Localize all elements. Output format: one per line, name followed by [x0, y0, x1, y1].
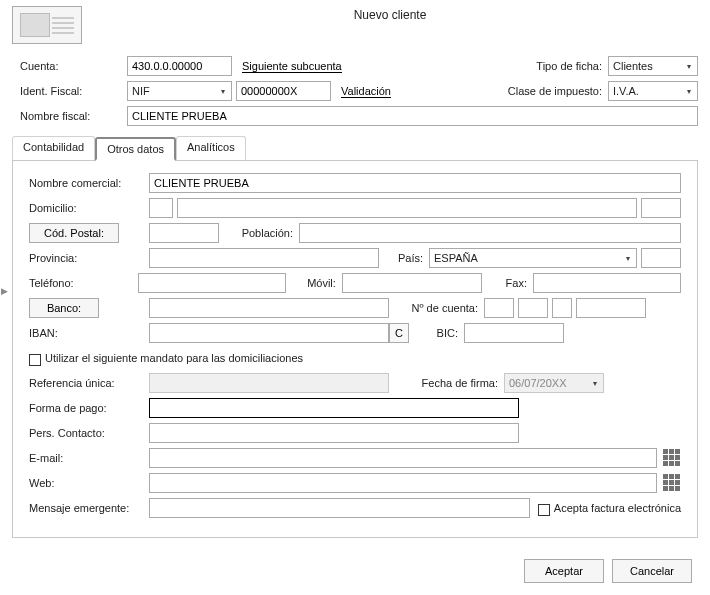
tipo-ficha-value: Clientes	[613, 60, 653, 72]
forma-pago-input[interactable]	[149, 398, 519, 418]
ident-fiscal-tipo-combo[interactable]: NIF	[127, 81, 232, 101]
telefono-label: Teléfono:	[29, 277, 138, 289]
provincia-input[interactable]	[149, 248, 379, 268]
ref-unica-input	[149, 373, 389, 393]
chevron-down-icon	[683, 59, 695, 73]
nombre-comercial-label: Nombre comercial:	[29, 177, 149, 189]
clase-impuesto-label: Clase de impuesto:	[472, 85, 602, 97]
tipo-ficha-label: Tipo de ficha:	[492, 60, 602, 72]
expand-handle-icon[interactable]: ▶	[0, 280, 8, 302]
nombre-fiscal-input[interactable]	[127, 106, 698, 126]
pers-contacto-label: Pers. Contacto:	[29, 427, 149, 439]
siguiente-subcuenta-link[interactable]: Siguiente subcuenta	[242, 60, 342, 73]
banco-button[interactable]: Banco:	[29, 298, 99, 318]
qr-icon[interactable]	[663, 449, 681, 467]
cuenta-1-input[interactable]	[484, 298, 514, 318]
tab-contabilidad[interactable]: Contabilidad	[12, 136, 95, 160]
provincia-label: Provincia:	[29, 252, 149, 264]
ident-fiscal-label: Ident. Fiscal:	[12, 85, 127, 97]
ident-fiscal-value-input[interactable]	[236, 81, 331, 101]
chevron-down-icon	[622, 251, 634, 265]
web-label: Web:	[29, 477, 149, 489]
banco-input[interactable]	[149, 298, 389, 318]
calc-iban-button[interactable]: C	[389, 323, 409, 343]
clase-impuesto-combo[interactable]: I.V.A.	[608, 81, 698, 101]
pers-contacto-input[interactable]	[149, 423, 519, 443]
cuenta-4-input[interactable]	[576, 298, 646, 318]
ncuenta-label: Nº de cuenta:	[389, 302, 484, 314]
record-thumbnail[interactable]	[12, 6, 82, 44]
web-input[interactable]	[149, 473, 657, 493]
fecha-firma-combo: 06/07/20XX	[504, 373, 604, 393]
nombre-fiscal-label: Nombre fiscal:	[12, 110, 127, 122]
acepta-factura-checkbox[interactable]	[538, 504, 550, 516]
forma-pago-label: Forma de pago:	[29, 402, 149, 414]
pais-combo[interactable]: ESPAÑA	[429, 248, 637, 268]
iban-label: IBAN:	[29, 327, 149, 339]
email-label: E-mail:	[29, 452, 149, 464]
validacion-link[interactable]: Validación	[341, 85, 391, 98]
mensaje-label: Mensaje emergente:	[29, 502, 149, 514]
qr-icon[interactable]	[663, 474, 681, 492]
chevron-down-icon	[589, 376, 601, 390]
mandato-label: Utilizar el siguiente mandato para las d…	[45, 352, 303, 364]
fax-label: Fax:	[482, 277, 533, 289]
chevron-down-icon	[217, 84, 229, 98]
fecha-firma-label: Fecha de firma:	[389, 377, 504, 389]
telefono-input[interactable]	[138, 273, 286, 293]
poblacion-label: Población:	[219, 227, 299, 239]
cuenta-input[interactable]	[127, 56, 232, 76]
poblacion-input[interactable]	[299, 223, 681, 243]
ref-unica-label: Referencia única:	[29, 377, 149, 389]
cuenta-label: Cuenta:	[12, 60, 127, 72]
mandato-checkbox[interactable]	[29, 354, 41, 366]
domicilio-tipo-input[interactable]	[149, 198, 173, 218]
cancelar-button[interactable]: Cancelar	[612, 559, 692, 583]
otros-datos-panel: Nombre comercial: Domicilio: Cód. Postal…	[12, 160, 698, 538]
domicilio-calle-input[interactable]	[177, 198, 637, 218]
pais-label: País:	[379, 252, 429, 264]
acepta-factura-label: Acepta factura electrónica	[554, 502, 681, 514]
domicilio-label: Domicilio:	[29, 202, 149, 214]
aceptar-button[interactable]: Aceptar	[524, 559, 604, 583]
mensaje-input[interactable]	[149, 498, 530, 518]
tab-analiticos[interactable]: Analíticos	[176, 136, 246, 160]
pais-code-input[interactable]	[641, 248, 681, 268]
page-title: Nuevo cliente	[82, 6, 698, 22]
movil-input[interactable]	[342, 273, 482, 293]
nombre-comercial-input[interactable]	[149, 173, 681, 193]
chevron-down-icon	[683, 84, 695, 98]
tipo-ficha-combo[interactable]: Clientes	[608, 56, 698, 76]
fax-input[interactable]	[533, 273, 681, 293]
bic-label: BIC:	[409, 327, 464, 339]
cod-postal-button[interactable]: Cód. Postal:	[29, 223, 119, 243]
iban-input[interactable]	[149, 323, 389, 343]
cod-postal-input[interactable]	[149, 223, 219, 243]
tab-otros-datos[interactable]: Otros datos	[95, 137, 176, 161]
domicilio-num-input[interactable]	[641, 198, 681, 218]
cuenta-3-input[interactable]	[552, 298, 572, 318]
email-input[interactable]	[149, 448, 657, 468]
cuenta-2-input[interactable]	[518, 298, 548, 318]
movil-label: Móvil:	[286, 277, 342, 289]
bic-input[interactable]	[464, 323, 564, 343]
